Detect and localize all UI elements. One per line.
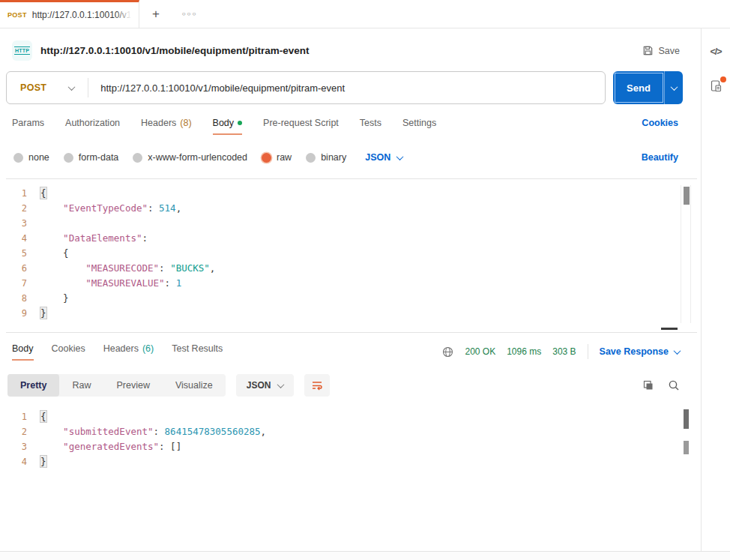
code-line[interactable]: 6 "MEASURECODE": "BUCKS",: [6, 261, 697, 276]
request-code: 1{2 "EventTypeCode": 514,34 "DataElement…: [6, 186, 697, 321]
response-language-dropdown[interactable]: JSON: [236, 374, 295, 397]
code-text: {: [40, 246, 69, 261]
tab-tests-label: Tests: [360, 118, 381, 128]
scrollbar-thumb[interactable]: [684, 441, 689, 454]
url-input[interactable]: http://127.0.0.1:10010/v1/mobile/equipme…: [88, 82, 345, 94]
line-number: 8: [6, 291, 40, 306]
radio-raw[interactable]: raw: [262, 152, 292, 163]
copy-icon[interactable]: [642, 379, 654, 391]
scrollbar-thumb[interactable]: [684, 409, 689, 429]
code-text: "MEASURECODE": "BUCKS",: [40, 261, 215, 276]
tab-authorization[interactable]: Authorization: [65, 118, 120, 135]
wrap-lines-button[interactable]: [304, 374, 330, 397]
code-line[interactable]: 4}: [6, 454, 697, 469]
view-preview[interactable]: Preview: [103, 374, 162, 397]
url-row: POST http://127.0.0.1:10010/v1/mobile/eq…: [6, 71, 683, 104]
response-tab-body[interactable]: Body: [12, 343, 34, 361]
line-number: 7: [6, 276, 40, 291]
radio-form-data[interactable]: form-data: [64, 152, 119, 163]
response-toolbar: Pretty Raw Preview Visualize JSON: [7, 373, 680, 397]
chevron-down-icon: [674, 347, 681, 355]
view-preview-label: Preview: [116, 380, 149, 391]
editor-scrollbar[interactable]: [681, 185, 691, 323]
tab-settings-label: Settings: [402, 118, 436, 128]
radio-icon: [13, 153, 23, 163]
code-line[interactable]: 2 "EventTypeCode": 514,: [6, 201, 697, 216]
pane-splitter[interactable]: [0, 333, 701, 342]
response-tab-test-results[interactable]: Test Results: [172, 343, 223, 361]
line-number: 4: [6, 454, 40, 469]
response-time: 1096 ms: [507, 346, 541, 357]
tab-headers-label: Headers: [141, 118, 176, 128]
radio-x-www-form-urlencoded[interactable]: x-www-form-urlencoded: [133, 152, 247, 163]
headers-count: (8): [180, 118, 191, 128]
scrollbar-thumb[interactable]: [684, 187, 690, 205]
response-language-label: JSON: [247, 380, 271, 391]
body-language-dropdown[interactable]: JSON: [365, 152, 402, 163]
response-view-group: Pretty Raw Preview Visualize: [7, 374, 226, 397]
code-line[interactable]: 9}: [6, 306, 697, 321]
response-tab-cookies-label: Cookies: [52, 343, 85, 354]
more-tabs-icon[interactable]: ○○○: [172, 0, 207, 28]
main-panel: HTTP http://127.0.0.1:10010/v1/mobile/eq…: [0, 28, 701, 551]
code-line[interactable]: 3 "generatedEvents": []: [6, 439, 697, 454]
response-body-editor[interactable]: 1{2 "submittedEvent": 86415478305560285,…: [6, 405, 697, 480]
method-dropdown[interactable]: POST: [7, 82, 88, 93]
request-tab[interactable]: POST http://127.0.0.1:10010/v1: [0, 0, 139, 28]
tab-method-label: POST: [7, 11, 27, 19]
url-box: POST http://127.0.0.1:10010/v1/mobile/eq…: [6, 71, 606, 104]
save-icon: [642, 45, 654, 56]
save-response-button[interactable]: Save Response: [600, 346, 680, 357]
response-headers-count: (6): [142, 343, 154, 354]
right-sidebar: </>: [701, 28, 730, 551]
beautify-link[interactable]: Beautify: [642, 152, 678, 163]
tab-params[interactable]: Params: [12, 118, 44, 135]
code-line[interactable]: 3: [6, 216, 697, 231]
body-language-label: JSON: [365, 152, 390, 163]
tab-settings[interactable]: Settings: [402, 118, 436, 135]
view-pretty[interactable]: Pretty: [7, 374, 59, 397]
line-number: 1: [6, 186, 40, 201]
tab-prerequest-script[interactable]: Pre-request Script: [263, 118, 339, 135]
horizontal-scrollbar-thumb[interactable]: [661, 328, 678, 330]
code-snippet-icon[interactable]: </>: [710, 46, 721, 57]
code-line[interactable]: 1{: [6, 409, 697, 424]
send-options-button[interactable]: [665, 71, 683, 104]
body-modified-dot: [238, 121, 242, 125]
http-request-icon: HTTP: [12, 40, 32, 61]
save-button[interactable]: Save: [642, 45, 681, 56]
send-button-group: Send: [613, 71, 683, 104]
cookies-link[interactable]: Cookies: [642, 118, 678, 128]
request-body-editor[interactable]: 1{2 "EventTypeCode": 514,34 "DataElement…: [6, 178, 697, 333]
line-number: 6: [6, 261, 40, 276]
save-label: Save: [659, 46, 681, 56]
tab-headers[interactable]: Headers (8): [141, 118, 192, 135]
radio-raw-label: raw: [277, 152, 292, 163]
response-tab-cookies[interactable]: Cookies: [52, 343, 85, 361]
code-line[interactable]: 4 "DataElements":: [6, 231, 697, 246]
tab-body[interactable]: Body: [213, 118, 243, 135]
search-icon[interactable]: [668, 379, 680, 391]
request-title: http://127.0.0.1:10010/v1/mobile/equipme…: [40, 45, 310, 56]
code-line[interactable]: 8 }: [6, 291, 697, 306]
view-raw-label: Raw: [72, 380, 91, 391]
send-button[interactable]: Send: [613, 71, 665, 104]
view-visualize[interactable]: Visualize: [163, 374, 226, 397]
code-line[interactable]: 2 "submittedEvent": 86415478305560285,: [6, 424, 697, 439]
code-line[interactable]: 7 "MEASUREVALUE": 1: [6, 276, 697, 291]
tab-tests[interactable]: Tests: [360, 118, 381, 135]
new-tab-button[interactable]: +: [139, 0, 172, 28]
line-number: 2: [6, 424, 40, 439]
code-text: "submittedEvent": 86415478305560285,: [40, 424, 266, 439]
radio-binary[interactable]: binary: [306, 152, 346, 163]
documentation-button[interactable]: [710, 79, 723, 92]
line-number: 3: [6, 216, 40, 231]
radio-urlencoded-label: x-www-form-urlencoded: [148, 152, 247, 163]
view-raw[interactable]: Raw: [59, 374, 103, 397]
response-status-group: 200 OK 1096 ms 303 B Save Response: [442, 343, 680, 359]
response-tab-headers[interactable]: Headers (6): [103, 343, 154, 361]
radio-icon: [64, 153, 73, 163]
code-line[interactable]: 1{: [6, 186, 697, 201]
radio-none[interactable]: none: [13, 152, 49, 163]
code-line[interactable]: 5 {: [6, 246, 697, 261]
